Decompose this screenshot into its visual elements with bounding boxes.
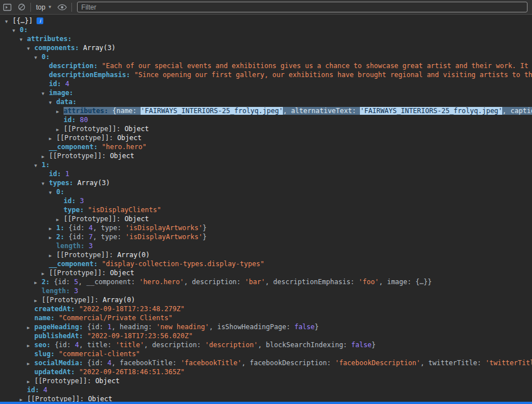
search-highlight-string: 'FAIRWAYS_INTERIORS-25_frolyq.jpeg' — [360, 107, 502, 115]
preview-text: , description: — [184, 278, 245, 286]
tree-row[interactable]: ▼components: Array(3) — [0, 43, 532, 52]
tree-row[interactable]: ▼0: — [0, 25, 532, 34]
tree-row[interactable]: ▼[{…}] i — [0, 16, 532, 25]
tree-row[interactable]: __component: "hero.hero" — [0, 142, 532, 151]
row-content: __component: "display-collection-types.d… — [49, 260, 264, 268]
tree-row[interactable]: ▶1: {id: 4, type: 'isDisplayArtworks'} — [0, 223, 532, 232]
live-expression-eye-icon[interactable] — [57, 2, 67, 12]
tree-row[interactable]: id: 80 — [0, 115, 532, 124]
expand-triangle-icon[interactable]: ▶ — [20, 396, 27, 402]
tree-row[interactable]: length: 3 — [0, 286, 532, 295]
property-key: __component: — [49, 260, 98, 268]
tree-row[interactable]: ▶attributes: {name: 'FAIRWAYS_INTERIORS-… — [0, 106, 532, 115]
tree-row[interactable]: updatedAt: "2022-09-26T18:46:51.365Z" — [0, 367, 532, 376]
tree-row[interactable]: descriptionEmphasis: "Since opening our … — [0, 70, 532, 79]
tree-row[interactable]: id: 3 — [0, 196, 532, 205]
property-key: descriptionEmphasis: — [49, 71, 130, 79]
tree-row[interactable]: ▼image: — [0, 88, 532, 97]
preview-text: } — [202, 233, 206, 241]
row-content: __component: "hero.hero" — [49, 143, 146, 151]
preview-text: } — [202, 224, 206, 232]
row-content: id: 4 — [27, 386, 47, 394]
tree-row[interactable]: ▼0: — [0, 187, 532, 196]
toolbar-separator — [71, 3, 72, 12]
row-content: id: 3 — [64, 197, 84, 205]
value-text: Object — [84, 395, 112, 402]
number-value: 4 — [61, 80, 69, 88]
tree-row[interactable]: ▼0: — [0, 52, 532, 61]
string-value: 'bar' — [245, 278, 265, 286]
preview-text: , type: — [93, 224, 125, 232]
property-key: seo: — [34, 341, 51, 349]
tree-row[interactable]: ▶pageHeading: {id: 1, heading: 'new head… — [0, 322, 532, 331]
tree-row[interactable]: ▼types: Array(3) — [0, 178, 532, 187]
tree-row[interactable]: publishedAt: "2022-09-18T17:23:56.020Z" — [0, 331, 532, 340]
tree-row[interactable]: ▼data: — [0, 97, 532, 106]
tree-row[interactable]: ▶[[Prototype]]: Object — [0, 214, 532, 223]
row-content: [[Prototype]]: Object — [27, 395, 112, 402]
row-content: [[Prototype]]: Object — [56, 134, 142, 142]
tree-row[interactable]: ▶2: {id: 7, type: 'isDisplayArtworks'} — [0, 232, 532, 241]
console-sidebar-icon[interactable] — [2, 2, 12, 12]
preview-text: , facebookDescription: — [242, 359, 335, 367]
tree-row[interactable]: createdAt: "2022-09-18T17:23:48.279Z" — [0, 304, 532, 313]
collapse-triangle-icon[interactable]: ▼ — [42, 179, 49, 188]
tree-row[interactable]: ▶socialMedia: {id: 4, facebookTitle: 'fa… — [0, 358, 532, 367]
context-selector[interactable]: top ▼ — [35, 3, 53, 11]
value-text: Object — [120, 215, 149, 223]
tree-row[interactable]: __component: "display-collection-types.d… — [0, 259, 532, 268]
collapse-triangle-icon[interactable]: ▼ — [49, 98, 56, 107]
prototype-key: [[Prototype]]: — [49, 152, 106, 160]
property-key: name: — [34, 314, 55, 322]
tree-row[interactable]: ▶[[Prototype]]: Object — [0, 376, 532, 385]
collapse-triangle-icon[interactable]: ▼ — [42, 89, 49, 98]
tree-row[interactable]: ▶[[Prototype]]: Array(0) — [0, 250, 532, 259]
tree-row[interactable]: ▶[[Prototype]]: Object — [0, 151, 532, 160]
collapse-triangle-icon[interactable]: ▼ — [49, 188, 56, 197]
number-value: 7 — [89, 233, 93, 241]
clear-console-icon[interactable] — [16, 2, 26, 12]
row-content: image: — [49, 89, 73, 97]
tree-row[interactable]: ▶[[Prototype]]: Object — [0, 268, 532, 277]
tree-row[interactable]: type: "isDisplayClients" — [0, 205, 532, 214]
tree-row[interactable]: ▼1: — [0, 160, 532, 169]
property-key: __component: — [49, 143, 98, 151]
row-content: 0: — [20, 26, 28, 34]
row-content: 2: {id: 7, type: 'isDisplayArtworks'} — [56, 233, 206, 241]
tree-row[interactable]: ▶2: {id: 5, __component: 'hero.hero', de… — [0, 277, 532, 286]
row-content: [[Prototype]]: Object — [49, 269, 134, 277]
collapse-triangle-icon[interactable]: ▼ — [27, 44, 34, 53]
collapse-triangle-icon[interactable]: ▼ — [20, 35, 27, 44]
tree-row[interactable]: id: 4 — [0, 385, 532, 394]
row-content: updatedAt: "2022-09-26T18:46:51.365Z" — [34, 368, 184, 376]
preview-text: , __component: — [78, 278, 139, 286]
tree-row[interactable]: description: "Each of our special events… — [0, 61, 532, 70]
number-value: false — [294, 323, 314, 331]
string-value: "Since opening our first gallery, our ex… — [130, 71, 532, 79]
property-key: attributes: — [27, 35, 71, 43]
tree-row[interactable]: ▶[[Prototype]]: Array(0) — [0, 295, 532, 304]
tree-row[interactable]: id: 1 — [0, 169, 532, 178]
tree-row[interactable]: name: "Commercial/Private Clients" — [0, 313, 532, 322]
row-content: components: Array(3) — [34, 44, 116, 52]
tree-row[interactable]: slug: "commercial-clients" — [0, 349, 532, 358]
collapse-triangle-icon[interactable]: ▼ — [12, 26, 20, 35]
info-icon[interactable]: i — [37, 17, 43, 24]
property-key: id: — [49, 170, 61, 178]
collapse-triangle-icon[interactable]: ▼ — [34, 161, 42, 170]
tree-row[interactable]: ▶[[Prototype]]: Object — [0, 133, 532, 142]
tree-row[interactable]: ▼attributes: — [0, 34, 532, 43]
tree-row[interactable]: ▶seo: {id: 4, title: 'title', descriptio… — [0, 340, 532, 349]
tree-row[interactable]: id: 4 — [0, 79, 532, 88]
preview-text: {id: — [51, 341, 75, 349]
filter-input[interactable] — [77, 2, 528, 12]
tree-row[interactable]: length: 3 — [0, 241, 532, 250]
tree-row[interactable]: ▶[[Prototype]]: Object — [0, 394, 532, 402]
collapse-triangle-icon[interactable]: ▼ — [34, 53, 42, 62]
row-content: seo: {id: 4, title: 'title', description… — [34, 341, 376, 349]
row-content: [[Prototype]]: Array(0) — [56, 251, 150, 259]
property-key-dim: length: — [56, 242, 85, 250]
property-key: id: — [64, 197, 76, 205]
tree-row[interactable]: ▶[[Prototype]]: Object — [0, 124, 532, 133]
collapse-triangle-icon[interactable]: ▼ — [5, 17, 12, 26]
